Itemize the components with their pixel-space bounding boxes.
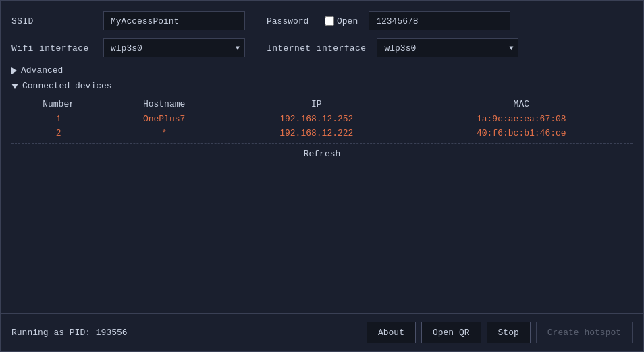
row1-mac: 1a:9c:ae:ea:67:08 [410, 112, 633, 126]
refresh-button[interactable]: Refresh [290, 148, 354, 160]
row2-ip: 192.168.12.222 [223, 126, 410, 140]
stop-button[interactable]: Stop [487, 322, 531, 343]
internet-label: Internet interface [267, 43, 366, 53]
table-row: 2 * 192.168.12.222 40:f6:bc:b1:46:ce [11, 126, 633, 140]
button-group: About Open QR Stop Create hotspot [367, 322, 633, 343]
open-qr-button[interactable]: Open QR [421, 322, 481, 343]
ssid-input[interactable] [103, 11, 245, 30]
connected-devices-label: Connected devices [22, 81, 112, 91]
advanced-label: Advanced [21, 65, 63, 76]
password-section: Password Open [256, 11, 633, 30]
table-header-row: Number Hostname IP MAC [11, 96, 633, 112]
row2-mac: 40:f6:bc:b1:46:ce [410, 126, 633, 140]
connected-triangle-icon [11, 84, 18, 89]
col-number: Number [11, 96, 105, 112]
password-input[interactable] [369, 11, 510, 30]
row2-hostname: * [105, 126, 223, 140]
advanced-toggle[interactable]: Advanced [11, 63, 633, 78]
row2-number: 2 [11, 126, 105, 140]
internet-select[interactable]: wlp3s0 [377, 38, 518, 57]
connected-devices-toggle[interactable]: Connected devices [11, 78, 633, 94]
about-button[interactable]: About [367, 322, 416, 343]
col-ip: IP [223, 96, 410, 112]
wifi-label: Wifi interface [11, 43, 92, 53]
col-hostname: Hostname [105, 96, 223, 112]
status-text: Running as PID: 193556 [11, 328, 128, 338]
password-label: Password [267, 16, 314, 26]
form-row-2: Wifi interface wlp3s0 Internet interface… [11, 38, 633, 57]
row1-ip: 192.168.12.252 [223, 112, 410, 126]
table-row: 1 OnePlus7 192.168.12.252 1a:9c:ae:ea:67… [11, 112, 633, 126]
bottom-section: Running as PID: 193556 About Open QR Sto… [1, 313, 643, 351]
wifi-select[interactable]: wlp3s0 [103, 38, 245, 57]
open-label: Open [337, 16, 358, 26]
form-row-1: SSID Password Open [11, 11, 633, 30]
open-checkbox[interactable] [325, 16, 334, 26]
advanced-triangle-icon [11, 67, 17, 74]
internet-select-wrapper: wlp3s0 [377, 38, 518, 57]
form-section: SSID Password Open Wifi interface wlp3s0… [11, 11, 633, 57]
row1-hostname: OnePlus7 [105, 112, 223, 126]
refresh-row: Refresh [11, 143, 633, 165]
internet-section: Internet interface wlp3s0 [256, 38, 633, 57]
devices-table: Number Hostname IP MAC 1 OnePlus7 192.16… [11, 96, 633, 140]
ssid-label: SSID [11, 16, 92, 26]
app-container: SSID Password Open Wifi interface wlp3s0… [0, 0, 644, 352]
open-checkbox-wrapper: Open [325, 16, 358, 26]
wifi-select-wrapper: wlp3s0 [103, 38, 245, 57]
col-mac: MAC [410, 96, 633, 112]
row1-number: 1 [11, 112, 105, 126]
create-hotspot-button: Create hotspot [536, 322, 633, 343]
